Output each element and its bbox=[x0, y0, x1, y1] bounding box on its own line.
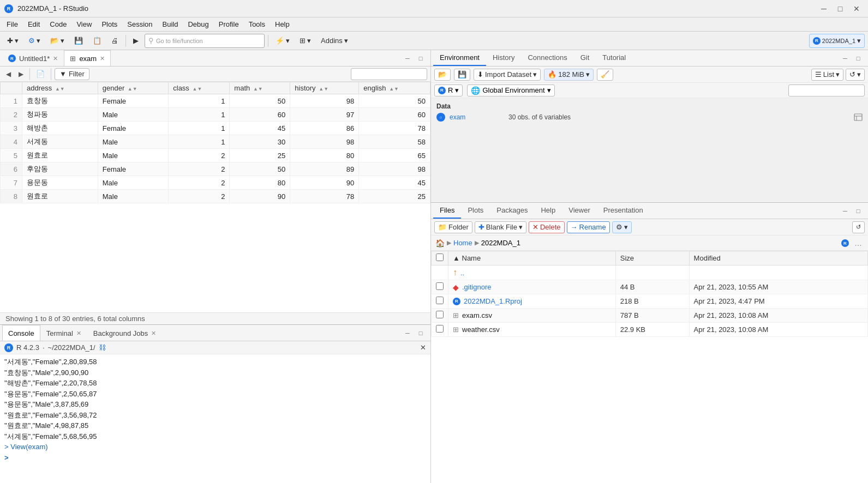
forward-btn[interactable]: ▶ bbox=[16, 68, 26, 80]
breadcrumb-r-btn[interactable]: R bbox=[840, 238, 851, 249]
close-button[interactable]: ✕ bbox=[849, 3, 864, 14]
tab-packages[interactable]: Packages bbox=[490, 203, 534, 219]
new-file-button[interactable]: ✚ ▾ bbox=[3, 34, 22, 48]
addins-button[interactable]: Addins ▾ bbox=[317, 34, 352, 48]
editor-maximize-btn[interactable]: □ bbox=[415, 53, 426, 64]
menu-session[interactable]: Session bbox=[123, 19, 157, 29]
grid-button[interactable]: ⊞ ▾ bbox=[296, 34, 315, 48]
tab-terminal[interactable]: Terminal ✕ bbox=[40, 325, 87, 341]
menu-edit[interactable]: Edit bbox=[23, 19, 44, 29]
col-header-english[interactable]: english ▲▼ bbox=[359, 82, 430, 94]
console-clear-btn[interactable]: ✕ bbox=[420, 343, 426, 352]
window-controls[interactable]: ─ □ ✕ bbox=[817, 3, 864, 14]
menu-help[interactable]: Help bbox=[271, 19, 294, 29]
rproj-link[interactable]: R 2022MDA_1.Rproj bbox=[453, 297, 611, 305]
breadcrumb-more-btn[interactable]: … bbox=[853, 238, 864, 249]
menu-file[interactable]: File bbox=[2, 19, 22, 29]
open-project-button[interactable]: ⚙ ▾ bbox=[25, 34, 44, 48]
col-name-header[interactable]: ▲ Name bbox=[448, 251, 616, 265]
menu-profile[interactable]: Profile bbox=[214, 19, 243, 29]
open-file-button[interactable]: 📂 ▾ bbox=[46, 34, 68, 48]
table-search-input[interactable] bbox=[351, 68, 427, 80]
console-content[interactable]: "서계동","Female",2,80,89,58 "효창동","Male",2… bbox=[0, 354, 430, 483]
examcsv-checkbox-cell[interactable] bbox=[432, 309, 448, 323]
weathercsv-checkbox-cell[interactable] bbox=[432, 323, 448, 337]
maximize-button[interactable]: □ bbox=[833, 3, 847, 14]
tab-environment[interactable]: Environment bbox=[433, 50, 486, 66]
col-header-class[interactable]: class ▲▼ bbox=[169, 82, 230, 94]
exam-close[interactable]: ✕ bbox=[100, 55, 105, 62]
env-search-input[interactable] bbox=[788, 84, 865, 96]
bg-jobs-close[interactable]: ✕ bbox=[151, 330, 156, 337]
tab-presentation[interactable]: Presentation bbox=[597, 203, 650, 219]
tab-background-jobs[interactable]: Background Jobs ✕ bbox=[87, 325, 162, 341]
env-maximize-btn[interactable]: □ bbox=[853, 53, 864, 64]
parent-dir-link[interactable]: ↑ .. bbox=[453, 268, 611, 277]
files-gear-btn[interactable]: ⚙ ▾ bbox=[612, 221, 632, 233]
save-all-button[interactable]: 📋 bbox=[89, 34, 105, 48]
tab-help[interactable]: Help bbox=[534, 203, 562, 219]
rproj-checkbox-cell[interactable] bbox=[432, 294, 448, 309]
col-header-address[interactable]: address ▲▼ bbox=[22, 82, 98, 94]
new-folder-btn[interactable]: 📁 Folder bbox=[434, 221, 472, 233]
new-blank-file-btn[interactable]: ✚ Blank File ▾ bbox=[475, 221, 526, 233]
r-indicator[interactable]: R R ▾ bbox=[434, 84, 463, 96]
col-header-math[interactable]: math ▲▼ bbox=[230, 82, 290, 94]
editor-minimize-btn[interactable]: ─ bbox=[402, 53, 413, 64]
tab-console[interactable]: Console bbox=[2, 325, 40, 341]
list-btn[interactable]: ☰ List ▾ bbox=[811, 69, 843, 81]
rproj-name-cell[interactable]: R 2022MDA_1.Rproj bbox=[448, 294, 616, 309]
rproj-checkbox[interactable] bbox=[436, 297, 444, 304]
tab-viewer[interactable]: Viewer bbox=[562, 203, 597, 219]
save-button[interactable]: 💾 bbox=[70, 34, 87, 48]
breadcrumb-home-link[interactable]: Home bbox=[453, 239, 472, 247]
examcsv-checkbox[interactable] bbox=[436, 311, 444, 318]
untitled1-close[interactable]: ✕ bbox=[53, 55, 58, 62]
examcsv-name-cell[interactable]: ⊞ exam.csv bbox=[448, 309, 616, 323]
env-minimize-btn[interactable]: ─ bbox=[840, 53, 851, 64]
menu-tools[interactable]: Tools bbox=[244, 19, 270, 29]
tab-connections[interactable]: Connections bbox=[521, 50, 573, 66]
clean-env-btn[interactable]: 🧹 bbox=[597, 69, 613, 81]
tab-git[interactable]: Git bbox=[574, 50, 596, 66]
terminal-close[interactable]: ✕ bbox=[76, 330, 81, 337]
menu-plots[interactable]: Plots bbox=[97, 19, 122, 29]
select-all-checkbox[interactable] bbox=[436, 253, 444, 261]
print-button[interactable]: 🖨 bbox=[107, 34, 122, 48]
files-refresh-btn[interactable]: ↺ bbox=[852, 221, 865, 233]
env-exam-row[interactable]: ○ exam 30 obs. of 6 variables bbox=[436, 111, 863, 123]
goto-box[interactable]: ⚲ Go to file/function bbox=[145, 34, 265, 48]
col-modified-header[interactable]: Modified bbox=[689, 251, 867, 265]
files-refresh[interactable]: ↺ bbox=[852, 221, 865, 233]
gitignore-name-cell[interactable]: ◆ .gitignore bbox=[448, 280, 616, 294]
import-dataset-btn[interactable]: ⬇ Import Dataset ▾ bbox=[474, 69, 541, 81]
gitignore-link[interactable]: ◆ .gitignore bbox=[453, 283, 611, 292]
tab-untitled1[interactable]: R Untitled1* ✕ bbox=[2, 50, 64, 66]
minimize-button[interactable]: ─ bbox=[817, 3, 831, 14]
weathercsv-link[interactable]: ⊞ weather.csv bbox=[453, 325, 611, 334]
menu-code[interactable]: Code bbox=[45, 19, 71, 29]
exam-view-btn[interactable] bbox=[854, 113, 863, 122]
col-header-gender[interactable]: gender ▲▼ bbox=[98, 82, 169, 94]
workspace-button[interactable]: R 2022MDA_1 ▾ bbox=[809, 34, 865, 48]
gitignore-checkbox-cell[interactable] bbox=[432, 280, 448, 294]
weathercsv-name-cell[interactable]: ⊞ weather.csv bbox=[448, 323, 616, 337]
run-arrow-button[interactable]: ▶ bbox=[129, 34, 142, 48]
col-size-header[interactable]: Size bbox=[615, 251, 689, 265]
gitignore-checkbox[interactable] bbox=[436, 282, 444, 290]
tab-exam[interactable]: ⊞ exam ✕ bbox=[64, 50, 111, 66]
rename-btn[interactable]: → Rename bbox=[567, 221, 610, 233]
filter-button[interactable]: ▼ Filter bbox=[55, 68, 89, 80]
menu-view[interactable]: View bbox=[72, 19, 96, 29]
files-minimize-btn[interactable]: ─ bbox=[840, 206, 851, 216]
tab-files[interactable]: Files bbox=[433, 203, 461, 219]
env-open-btn[interactable]: 📂 bbox=[434, 69, 451, 81]
weathercsv-checkbox[interactable] bbox=[436, 325, 444, 333]
delete-btn[interactable]: ✕ Delete bbox=[529, 221, 565, 233]
tab-plots[interactable]: Plots bbox=[461, 203, 490, 219]
global-env-indicator[interactable]: 🌐 Global Environment ▾ bbox=[467, 84, 554, 96]
menu-build[interactable]: Build bbox=[158, 19, 183, 29]
console-minimize-btn[interactable]: ─ bbox=[402, 328, 413, 339]
examcsv-link[interactable]: ⊞ exam.csv bbox=[453, 311, 611, 319]
menu-debug[interactable]: Debug bbox=[183, 19, 213, 29]
